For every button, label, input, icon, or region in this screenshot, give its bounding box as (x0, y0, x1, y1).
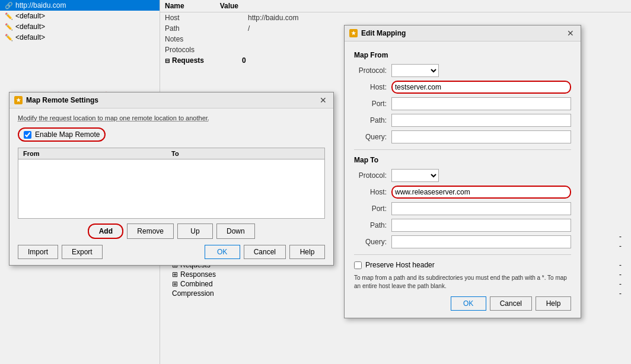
enable-map-remote-checkbox[interactable] (24, 131, 31, 139)
map-remote-help-button[interactable]: Help (289, 245, 325, 259)
edit-mapping-close-button[interactable]: ✕ (565, 28, 576, 39)
hint-text: To map from a path and its subdirectorie… (354, 274, 571, 290)
map-remote-body: Modify the request location to map one r… (9, 108, 333, 265)
map-from-label: Map From (354, 51, 571, 59)
to-host-label: Host: (354, 188, 387, 196)
table-header: Name Value (160, 0, 631, 12)
preserve-host-checkbox[interactable] (354, 261, 362, 269)
remove-button[interactable]: Remove (127, 223, 174, 239)
col-from: From (23, 150, 171, 157)
preserve-host-row: Preserve Host header (354, 261, 571, 269)
map-remote-cancel-button[interactable]: Cancel (244, 245, 286, 259)
expand-small-6: ⊞ (172, 280, 178, 288)
map-from-host-row: Host: (354, 81, 571, 94)
map-to-port-row: Port: (354, 202, 571, 215)
add-button[interactable]: Add (88, 223, 123, 239)
map-from-port-row: Port: (354, 97, 571, 110)
section-divider (354, 149, 571, 150)
from-port-input[interactable] (391, 97, 571, 110)
from-path-input[interactable] (391, 114, 571, 127)
map-remote-description: Modify the request location to map one r… (18, 114, 325, 122)
map-remote-icon: ★ (14, 96, 23, 104)
to-host-input[interactable] (391, 186, 571, 199)
from-query-input[interactable] (391, 130, 571, 143)
map-from-path-row: Path: (354, 114, 571, 127)
to-query-label: Query: (354, 238, 387, 246)
expand-icon[interactable]: ⊟ (165, 58, 170, 64)
edit-mapping-buttons: OK Cancel Help (354, 296, 571, 311)
map-to-query-row: Query: (354, 235, 571, 248)
map-to-path-row: Path: (354, 219, 571, 232)
edit-mapping-ok-button[interactable]: OK (451, 296, 486, 311)
map-remote-title: ★ Map Remote Settings (14, 96, 98, 104)
enable-map-remote-row: Enable Map Remote (18, 127, 106, 142)
edit-mapping-title: ★ Edit Mapping (349, 29, 406, 37)
mapping-table: From To (18, 148, 325, 219)
sidebar-item-default-1[interactable]: ✏️ <default> (0, 11, 160, 21)
ok-cancel-group: OK Cancel Help (205, 245, 325, 259)
map-remote-ok-button[interactable]: OK (205, 245, 240, 259)
from-path-label: Path: (354, 116, 387, 124)
map-remote-title-bar: ★ Map Remote Settings ✕ (9, 92, 333, 108)
edit-icon-2: ✏️ (5, 23, 13, 31)
col-name: Name (165, 2, 184, 10)
link-icon: 🔗 (5, 2, 13, 9)
col-value: Value (220, 2, 238, 10)
from-protocol-select[interactable]: http https (391, 64, 439, 77)
sidebar-item-default-2[interactable]: ✏️ <default> (0, 21, 160, 32)
dialog-edit-mapping: ★ Edit Mapping ✕ Map From Protocol: http… (344, 25, 581, 318)
to-port-input[interactable] (391, 202, 571, 215)
from-protocol-label: Protocol: (354, 66, 387, 75)
to-port-label: Port: (354, 205, 387, 213)
expand-small-5: ⊞ (172, 270, 178, 279)
sidebar-item-baidu[interactable]: 🔗 http://baidu.com (0, 0, 160, 11)
map-remote-close-button[interactable]: ✕ (318, 95, 329, 106)
map-to-protocol-row: Protocol: http https (354, 169, 571, 182)
map-remote-bottom-buttons: Import Export OK Cancel Help (18, 245, 325, 259)
edit-mapping-body: Map From Protocol: http https Host: Port… (345, 41, 581, 318)
edit-mapping-cancel-button[interactable]: Cancel (490, 296, 532, 311)
edit-icon-1: ✏️ (5, 12, 13, 20)
from-host-label: Host: (354, 83, 387, 91)
col-to: To (171, 150, 320, 157)
from-query-label: Query: (354, 133, 387, 141)
map-to-label: Map To (354, 156, 571, 164)
to-path-label: Path: (354, 221, 387, 229)
import-export-group: Import Export (18, 245, 103, 259)
mapping-table-header: From To (18, 148, 324, 159)
to-protocol-select[interactable]: http https (391, 169, 439, 182)
dialog-map-remote: ★ Map Remote Settings ✕ Modify the reque… (9, 92, 334, 266)
up-button[interactable]: Up (177, 223, 213, 239)
edit-mapping-help-button[interactable]: Help (536, 296, 571, 311)
from-port-label: Port: (354, 100, 387, 108)
to-protocol-label: Protocol: (354, 171, 387, 180)
down-button[interactable]: Down (216, 223, 255, 239)
table-row-host: Host http://baidu.com (160, 12, 631, 23)
edit-mapping-icon: ★ (349, 29, 358, 37)
to-query-input[interactable] (391, 235, 571, 248)
to-path-input[interactable] (391, 219, 571, 232)
preserve-host-label: Preserve Host header (365, 261, 435, 269)
edit-icon-3: ✏️ (5, 34, 13, 41)
export-button[interactable]: Export (62, 245, 103, 259)
from-host-input[interactable] (391, 81, 571, 94)
mapping-action-buttons: Add Remove Up Down (18, 223, 325, 239)
map-to-host-row: Host: (354, 186, 571, 199)
map-from-query-row: Query: (354, 130, 571, 143)
section-divider-2 (354, 254, 571, 255)
enable-map-remote-label: Enable Map Remote (35, 130, 100, 139)
sidebar-item-default-3[interactable]: ✏️ <default> (0, 32, 160, 43)
edit-mapping-title-bar: ★ Edit Mapping ✕ (345, 25, 581, 41)
import-button[interactable]: Import (18, 245, 58, 259)
map-from-protocol-row: Protocol: http https (354, 64, 571, 77)
